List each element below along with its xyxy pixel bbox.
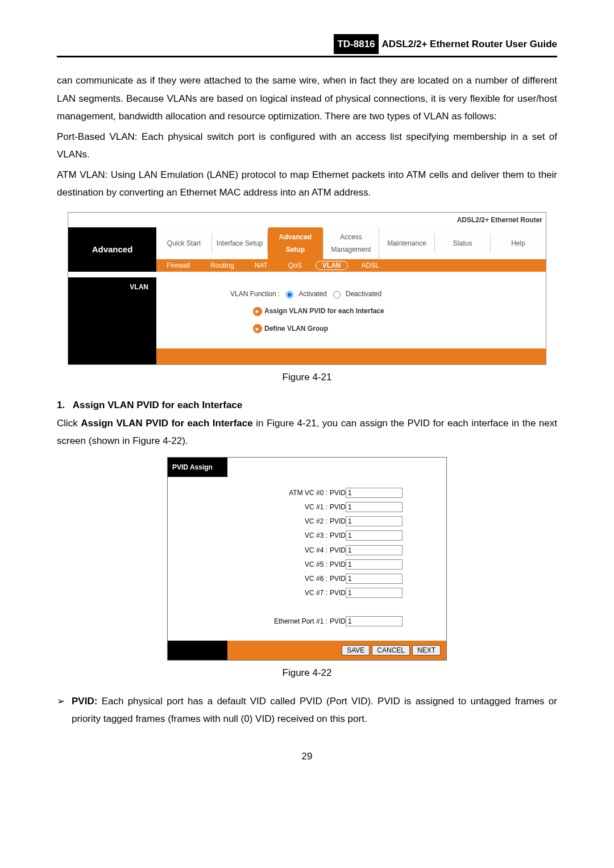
pvid-input-vc0[interactable] <box>346 488 403 498</box>
link-define-vlan-group[interactable]: Define VLAN Group <box>264 322 328 335</box>
page-header: TD-8816 ADSL2/2+ Ethernet Router User Gu… <box>57 34 557 56</box>
pvid-footer-black <box>168 641 227 660</box>
subtab-firewall[interactable]: Firewall <box>156 259 200 272</box>
primary-tabs: Quick Start Interface Setup Advanced Set… <box>156 227 546 259</box>
subtab-nat[interactable]: NAT <box>244 259 278 272</box>
pvid-label: VC #5 : <box>237 558 330 571</box>
secondary-tabs: Firewall Routing NAT QoS VLAN ADSL <box>156 259 546 272</box>
page-number: 29 <box>57 747 557 765</box>
footer-orange <box>156 348 546 364</box>
pvid-label: VC #3 : <box>237 529 330 542</box>
pvid-input-vc5[interactable] <box>346 559 403 570</box>
paragraph-atm-vlan: ATM VLAN: Using LAN Emulation (LANE) pro… <box>57 166 557 202</box>
link-assign-pvid[interactable]: Assign VLAN PVID for each Interface <box>264 305 384 317</box>
next-button[interactable]: NEXT <box>412 645 441 655</box>
model-badge: TD-8816 <box>334 34 378 54</box>
save-button[interactable]: SAVE <box>342 645 370 655</box>
pvid-desc-text: Each physical port has a default VID cal… <box>72 696 557 724</box>
pvid-description: ➢ PVID: Each physical port has a default… <box>57 692 557 728</box>
tab-access-management[interactable]: Access Management <box>323 227 379 259</box>
vlan-settings-body: VLAN Function : Activated Deactivated ▸ … <box>156 277 546 348</box>
paragraph-port-vlan: Port-Based VLAN: Each physical switch po… <box>57 128 557 164</box>
figure-4-21-caption: Figure 4-21 <box>57 368 557 386</box>
figure-pvid-ui: PVID Assign ATM VC #0 :PVID VC #1 :PVID … <box>167 457 447 661</box>
radio-deactivated[interactable] <box>333 291 341 298</box>
pvid-eth-label: Ethernet Port #1 : <box>237 615 330 628</box>
pvid-header: PVID Assign <box>168 458 227 477</box>
side-title-advanced: Advanced <box>68 227 156 272</box>
arrow-icon: ▸ <box>253 324 262 333</box>
tab-help[interactable]: Help <box>491 234 546 253</box>
list-item-1: 1. Assign VLAN PVID for each Interface <box>57 396 557 414</box>
pvid-label: VC #2 : <box>237 515 330 528</box>
radio-deactivated-label: Deactivated <box>346 288 381 300</box>
pvid-input-vc3[interactable] <box>346 530 403 541</box>
cancel-button[interactable]: CANCEL <box>372 645 410 655</box>
pvid-label: ATM VC #0 : <box>237 487 330 499</box>
pvid-label: VC #1 : <box>237 501 330 513</box>
list-item-number: 1. <box>57 400 65 410</box>
guide-title: ADSL2/2+ Ethernet Router User Guide <box>382 35 557 53</box>
tab-maintenance[interactable]: Maintenance <box>379 234 435 253</box>
header-divider <box>57 56 557 57</box>
paragraph-click-assign: Click Assign VLAN PVID for each Interfac… <box>57 414 557 450</box>
tab-quick-start[interactable]: Quick Start <box>156 234 212 253</box>
pvid-input-vc6[interactable] <box>346 574 403 584</box>
pvid-input-vc4[interactable] <box>346 545 403 555</box>
pvid-input-vc2[interactable] <box>346 516 403 526</box>
router-brand-label: ADSL2/2+ Ethernet Router <box>68 213 546 227</box>
arrow-icon: ▸ <box>253 307 262 316</box>
vlan-function-label: VLAN Function : <box>230 288 280 300</box>
radio-activated[interactable] <box>286 291 293 298</box>
tab-interface-setup[interactable]: Interface Setup <box>212 234 268 253</box>
pvid-label: VC #6 : <box>237 572 330 585</box>
radio-activated-label: Activated <box>298 288 326 300</box>
subtab-qos[interactable]: QoS <box>278 259 312 272</box>
subtab-adsl[interactable]: ADSL <box>351 259 389 272</box>
pvid-input-vc7[interactable] <box>346 588 403 598</box>
pvid-input-eth1[interactable] <box>346 616 403 626</box>
tab-advanced-setup[interactable]: Advanced Setup <box>268 227 323 259</box>
subtab-vlan[interactable]: VLAN <box>312 259 351 272</box>
figure-4-22-caption: Figure 4-22 <box>57 664 557 682</box>
pvid-input-vc1[interactable] <box>346 502 403 512</box>
footer-black <box>68 348 156 364</box>
arrow-icon: ➢ <box>57 692 65 728</box>
section-label-vlan: VLAN <box>68 277 156 348</box>
pvid-label: VC #7 : <box>237 587 330 599</box>
pvid-desc-prefix: PVID: <box>72 696 97 707</box>
subtab-routing[interactable]: Routing <box>200 259 244 272</box>
pvid-label: VC #4 : <box>237 544 330 556</box>
list-item-title: Assign VLAN PVID for each Interface <box>73 400 243 410</box>
tab-status[interactable]: Status <box>435 234 491 253</box>
paragraph-intro: can communicate as if they were attached… <box>57 72 557 125</box>
figure-router-ui: ADSL2/2+ Ethernet Router Advanced Quick … <box>68 212 546 365</box>
